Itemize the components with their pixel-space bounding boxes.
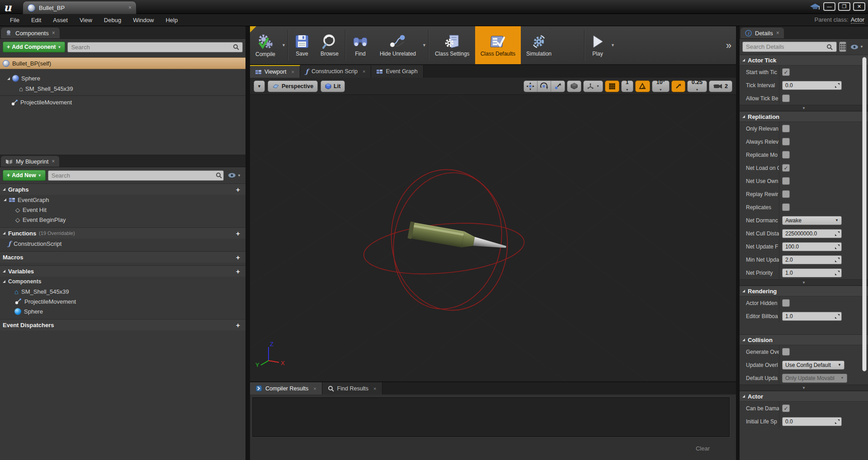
toolbar-overflow-chevron[interactable]: » [726, 40, 731, 52]
clear-button[interactable]: Clear [696, 445, 710, 452]
section-expand-arrow[interactable]: ▼ [740, 105, 868, 111]
menu-debug[interactable]: Debug [99, 15, 127, 25]
rotation-snap-toggle[interactable] [635, 80, 650, 92]
section-expand-arrow[interactable]: ▼ [740, 279, 868, 286]
variables-section-header[interactable]: Variables + [0, 265, 245, 277]
add-variable-button[interactable]: + [234, 268, 242, 275]
spinner-icon[interactable] [835, 271, 840, 275]
add-graph-button[interactable]: + [234, 186, 242, 193]
tab-find-results[interactable]: Find Results × [322, 382, 382, 394]
save-button[interactable]: Save [289, 26, 315, 64]
macros-section-header[interactable]: Macros + [0, 251, 245, 263]
event-dispatchers-section-header[interactable]: Event Dispatchers + [0, 319, 245, 330]
grid-snap-toggle[interactable] [605, 80, 619, 92]
checkbox-unchecked[interactable]: ✓ [782, 190, 790, 198]
expander-icon[interactable] [742, 338, 745, 341]
number-field[interactable]: 0.0 [782, 81, 842, 90]
viewport-options-button[interactable]: ▼ [254, 80, 265, 92]
checkbox-unchecked[interactable]: ✓ [782, 177, 790, 185]
tab-construction-script[interactable]: ƒ Construction Scrip × [300, 65, 372, 78]
tab-close-icon[interactable]: × [291, 69, 294, 75]
tab-viewport[interactable]: Viewport × [250, 65, 300, 78]
add-event-dispatcher-button[interactable]: + [234, 321, 242, 329]
tree-row-projectile-movement[interactable]: ProjectileMovement [0, 97, 245, 108]
checkbox-unchecked[interactable]: ✓ [782, 138, 790, 146]
menu-window[interactable]: Window [127, 15, 159, 25]
compiler-output-area[interactable] [252, 397, 730, 437]
add-macro-button[interactable]: + [234, 253, 242, 261]
components-tab[interactable]: Components × [1, 28, 60, 38]
perspective-button[interactable]: Perspective [268, 80, 318, 92]
section-actor[interactable]: Actor [740, 391, 868, 402]
add-new-button[interactable]: + Add New ▼ [3, 170, 46, 181]
expander-icon[interactable] [742, 395, 745, 398]
scale-tool-button[interactable] [551, 81, 565, 92]
details-tab[interactable]: i Details × [741, 28, 784, 38]
viewport-3d[interactable]: Z X Y [250, 95, 736, 381]
details-search-input[interactable] [742, 42, 837, 52]
asset-tab-bullet-bp[interactable]: Bullet_BP × [23, 1, 137, 14]
number-field[interactable]: 1.0 [782, 268, 842, 277]
tab-close-icon[interactable]: × [373, 386, 376, 391]
tree-row-bullet-bp-self[interactable]: Bullet_BP(self) [0, 57, 245, 69]
list-item-event-beginplay[interactable]: ◇ Event BeginPlay [0, 215, 245, 225]
scale-snap-toggle[interactable] [671, 80, 685, 92]
checkbox-checked[interactable]: ✓ [782, 68, 790, 76]
maximize-button[interactable]: ❐ [838, 2, 850, 11]
components-search-input[interactable] [67, 42, 243, 52]
spinner-icon[interactable] [835, 244, 840, 249]
surface-snapping-button[interactable]: ▼ [583, 80, 603, 92]
expander-icon[interactable] [3, 188, 5, 191]
spinner-icon[interactable] [835, 314, 840, 319]
class-defaults-button[interactable]: Class Defaults [475, 26, 521, 64]
list-item-var-projectile[interactable]: ProjectileMovement [0, 296, 245, 306]
checkbox-unchecked[interactable]: ✓ [782, 151, 790, 159]
add-function-button[interactable]: + [234, 230, 242, 237]
expander-icon[interactable] [3, 232, 5, 235]
components-tab-close-icon[interactable]: × [52, 30, 55, 36]
number-field[interactable]: 225000000.0 [782, 229, 842, 238]
menu-edit[interactable]: Edit [26, 15, 47, 25]
section-actor-tick[interactable]: Actor Tick [740, 55, 868, 66]
rotation-snap-value-button[interactable]: 10° ▼ [652, 80, 670, 92]
checkbox-unchecked[interactable]: ✓ [782, 299, 790, 307]
camera-speed-button[interactable]: 2 [709, 80, 732, 92]
section-collision[interactable]: Collision [740, 334, 868, 345]
list-item-var-sm-shell[interactable]: ⌂ SM_Shell_545x39 [0, 286, 245, 296]
number-field[interactable]: 1.0 [782, 312, 842, 321]
close-button[interactable]: ✕ [853, 2, 865, 11]
add-component-button[interactable]: + Add Component ▼ [3, 42, 65, 52]
class-settings-button[interactable]: Class Settings [429, 26, 475, 64]
menu-view[interactable]: View [74, 15, 98, 25]
section-replication[interactable]: Replication [740, 111, 868, 122]
number-field[interactable]: 0.0 [782, 417, 842, 426]
section-expand-arrow[interactable]: ▼ [740, 385, 868, 391]
compile-button[interactable]: Compile [250, 26, 281, 64]
spinner-icon[interactable] [835, 419, 840, 424]
tree-row-sphere[interactable]: Sphere [0, 73, 245, 84]
hide-unrelated-options-chevron-icon[interactable]: ▼ [422, 43, 426, 47]
number-field[interactable]: 2.0 [782, 255, 842, 264]
compile-options-chevron-icon[interactable]: ▼ [282, 43, 286, 47]
bullet-mesh[interactable] [407, 221, 507, 255]
rotate-tool-button[interactable] [538, 81, 551, 92]
coordinate-space-button[interactable] [567, 80, 581, 92]
spinner-icon[interactable] [835, 231, 840, 236]
play-button[interactable]: Play [585, 26, 610, 64]
checkbox-checked[interactable]: ✓ [782, 404, 790, 412]
dropdown-net-dormancy[interactable]: Awake ▼ [782, 216, 842, 225]
browse-button[interactable]: Browse [315, 26, 344, 64]
hide-unrelated-button[interactable]: Hide Unrelated [374, 26, 421, 64]
expander-icon[interactable] [4, 198, 6, 201]
details-scrollbar[interactable] [862, 57, 867, 371]
tab-event-graph[interactable]: Event Graph [371, 65, 423, 78]
menu-asset[interactable]: Asset [47, 15, 73, 25]
tab-close-icon[interactable]: × [363, 69, 365, 74]
my-blueprint-tab-close-icon[interactable]: × [52, 158, 55, 164]
expander-icon[interactable] [742, 115, 745, 118]
lit-mode-button[interactable]: Lit [321, 80, 345, 92]
checkbox-unchecked[interactable]: ✓ [782, 348, 790, 356]
checkbox-unchecked[interactable]: ✓ [782, 203, 790, 211]
checkbox-unchecked[interactable]: ✓ [782, 94, 790, 102]
minimize-button[interactable]: — [823, 2, 835, 11]
